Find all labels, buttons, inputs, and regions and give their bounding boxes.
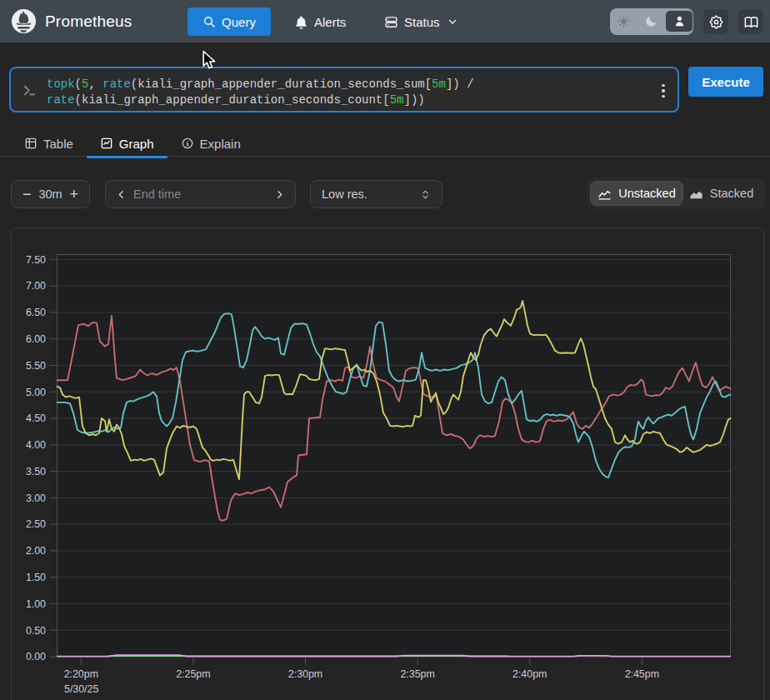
svg-text:6.00: 6.00 [26,333,46,345]
svg-text:4.50: 4.50 [26,412,46,424]
svg-text:5.50: 5.50 [26,360,46,372]
svg-text:2:20pm: 2:20pm [64,668,98,680]
svg-text:2:30pm: 2:30pm [288,668,322,680]
svg-text:4.00: 4.00 [26,439,46,451]
svg-text:2.50: 2.50 [26,518,46,530]
svg-text:2:35pm: 2:35pm [400,668,434,680]
svg-text:7.00: 7.00 [26,280,46,292]
svg-text:6.50: 6.50 [26,307,46,318]
svg-text:5/30/25: 5/30/25 [64,683,98,695]
svg-text:0.00: 0.00 [26,651,46,662]
svg-text:1.00: 1.00 [26,598,46,610]
svg-text:2:25pm: 2:25pm [176,668,210,680]
svg-text:3.00: 3.00 [26,492,46,504]
svg-text:7.50: 7.50 [26,254,46,266]
svg-text:3.50: 3.50 [26,466,46,478]
svg-text:5.00: 5.00 [26,387,46,398]
svg-text:2.00: 2.00 [26,545,46,557]
svg-text:2:45pm: 2:45pm [625,668,659,680]
svg-text:1.50: 1.50 [26,572,46,583]
svg-text:2:40pm: 2:40pm [512,668,547,680]
svg-text:0.50: 0.50 [26,625,46,637]
